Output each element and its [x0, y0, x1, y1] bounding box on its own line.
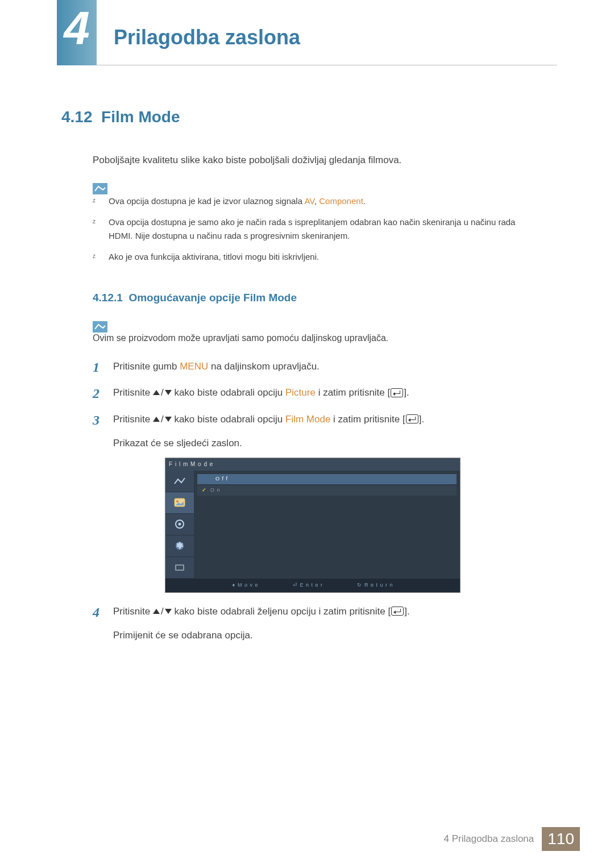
osd-header: F i l m M o d e	[165, 458, 460, 471]
subsection-number: 4.12.1	[93, 292, 123, 304]
chapter-tab: 4	[57, 0, 97, 65]
osd-hint-move: ♦M o v e	[232, 582, 258, 589]
step-number: 1	[93, 357, 99, 378]
step-number: 4	[93, 602, 99, 623]
up-arrow-icon	[153, 417, 160, 422]
step-item: 1 Pritisnite gumb MENU na daljinskom upr…	[93, 359, 556, 374]
note-item: Ova opcija dostupna je samo ako je način…	[93, 215, 536, 242]
step-item: 3 Pritisnite / kako biste odabrali opcij…	[93, 412, 556, 593]
section-title: 4.12 Film Mode	[61, 108, 556, 126]
main-content: 4.12 Film Mode Poboljšajte kvalitetu sli…	[61, 108, 556, 655]
osd-sidebar	[165, 471, 194, 579]
enter-icon	[391, 607, 404, 616]
subsection-name: Omogućavanje opcije Film Mode	[128, 292, 297, 304]
svg-rect-1	[93, 321, 107, 333]
svg-point-3	[176, 500, 179, 502]
osd-side-item	[165, 471, 194, 492]
up-arrow-icon	[153, 390, 160, 395]
up-arrow-icon	[153, 609, 160, 614]
osd-option-off: O f f	[197, 474, 457, 484]
steps-list: 1 Pritisnite gumb MENU na daljinskom upr…	[93, 359, 556, 643]
osd-main-panel: O f f ✓O n	[194, 471, 460, 579]
enter-icon	[391, 388, 403, 397]
osd-hint-return: ↻R e t u r n	[357, 582, 393, 589]
down-arrow-icon	[165, 609, 172, 614]
step-item: 4 Pritisnite / kako biste odabrali želje…	[93, 604, 556, 643]
note-icon	[93, 321, 107, 333]
osd-side-item-selected	[165, 492, 194, 514]
single-note-text: Ovim se proizvodom može upravljati samo …	[93, 333, 536, 343]
osd-side-item	[165, 557, 194, 579]
step-result-text: Primijenit će se odabrana opcija.	[113, 628, 556, 643]
chapter-title: Prilagodba zaslona	[114, 26, 300, 49]
osd-option-on: ✓O n	[197, 485, 457, 496]
note-icon	[93, 183, 107, 194]
intro-text: Poboljšajte kvalitetu slike kako biste p…	[93, 155, 556, 166]
osd-hint-enter: ⏎E n t e r	[293, 582, 323, 589]
subsection-title: 4.12.1 Omogućavanje opcije Film Mode	[93, 292, 556, 304]
osd-side-item	[165, 514, 194, 535]
page-number: 110	[542, 827, 580, 851]
header-divider	[97, 65, 557, 65]
svg-point-5	[179, 523, 181, 526]
step-result-text: Prikazat će se sljedeći zaslon.	[113, 436, 556, 451]
step-number: 2	[93, 383, 99, 404]
enter-icon	[406, 414, 418, 423]
step-number: 3	[93, 410, 99, 431]
down-arrow-icon	[165, 417, 172, 422]
note-list: Ova opcija dostupna je kad je izvor ulaz…	[93, 194, 536, 271]
svg-rect-0	[93, 183, 107, 194]
osd-screenshot: F i l m M o d e	[165, 458, 460, 592]
section-name: Film Mode	[101, 108, 180, 126]
section-number: 4.12	[61, 108, 93, 126]
osd-side-item	[165, 535, 194, 557]
step-item: 2 Pritisnite / kako biste odabrali opcij…	[93, 385, 556, 400]
note-item: Ova opcija dostupna je kad je izvor ulaz…	[93, 194, 536, 207]
footer-chapter-label: 4 Prilagodba zaslona	[444, 827, 542, 851]
page-footer: 4 Prilagodba zaslona 110	[444, 827, 580, 851]
svg-rect-8	[176, 566, 183, 570]
chapter-number: 4	[64, 5, 90, 51]
note-block: Ova opcija dostupna je kad je izvor ulaz…	[93, 182, 556, 271]
single-note: Ovim se proizvodom može upravljati samo …	[93, 320, 556, 343]
note-item: Ako je ova funkcija aktivirana, titlovi …	[93, 250, 536, 263]
down-arrow-icon	[165, 390, 172, 395]
osd-footer: ♦M o v e ⏎E n t e r ↻R e t u r n	[165, 579, 460, 592]
